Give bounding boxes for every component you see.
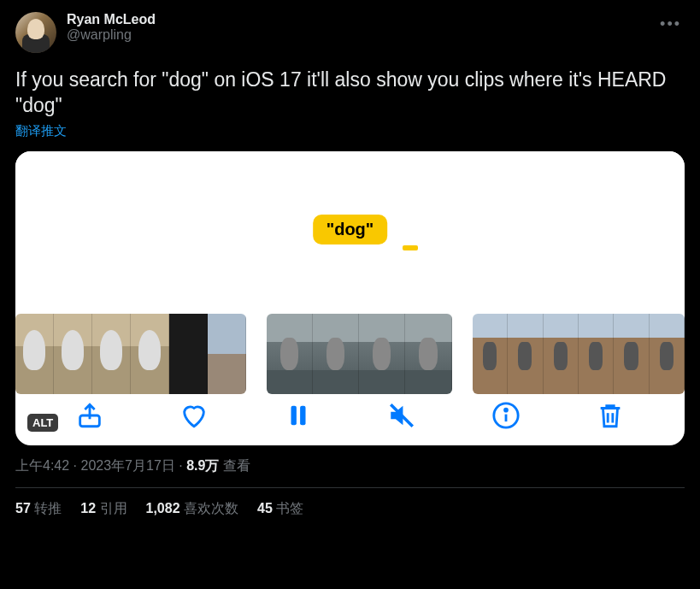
video-controls xyxy=(15,401,685,430)
pause-icon[interactable] xyxy=(284,401,313,430)
video-thumbnail xyxy=(508,314,543,394)
clip-group[interactable] xyxy=(15,314,246,394)
info-icon[interactable] xyxy=(491,401,521,430)
video-thumbnail xyxy=(169,314,208,394)
trash-icon[interactable] xyxy=(596,401,625,430)
retweets-stat[interactable]: 57 转推 xyxy=(15,500,62,518)
video-thumbnail xyxy=(359,314,405,394)
tweet-container: Ryan McLeod @warpling ••• If you search … xyxy=(0,0,700,528)
share-icon[interactable] xyxy=(75,401,104,430)
mute-icon[interactable] xyxy=(387,401,416,430)
likes-stat[interactable]: 1,082 喜欢次数 xyxy=(146,500,239,518)
user-handle: @warpling xyxy=(67,27,646,43)
tweet-header: Ryan McLeod @warpling ••• xyxy=(15,12,685,53)
more-icon[interactable]: ••• xyxy=(656,12,685,37)
video-thumbnail xyxy=(473,314,508,394)
tweet-text: If you search for "dog" on iOS 17 it'll … xyxy=(15,67,685,118)
video-thumbnail xyxy=(405,314,451,394)
tweet-date[interactable]: 2023年7月17日 xyxy=(80,458,174,473)
video-thumbnail-strip xyxy=(15,314,685,394)
tweet-meta: 上午4:42 · 2023年7月17日 · 8.9万 查看 xyxy=(15,457,685,475)
video-thumbnail xyxy=(15,314,54,394)
heart-icon[interactable] xyxy=(179,401,209,430)
video-thumbnail xyxy=(208,314,246,394)
media-whitespace xyxy=(15,151,685,213)
user-block[interactable]: Ryan McLeod @warpling xyxy=(67,12,646,43)
views-count: 8.9万 xyxy=(186,458,219,473)
svg-rect-2 xyxy=(300,406,305,426)
clip-group-active[interactable] xyxy=(267,314,452,394)
video-thumbnail xyxy=(313,314,359,394)
quotes-stat[interactable]: 12 引用 xyxy=(80,500,126,518)
video-thumbnail xyxy=(650,314,685,394)
video-thumbnail xyxy=(131,314,169,394)
video-thumbnail xyxy=(614,314,649,394)
translate-link[interactable]: 翻译推文 xyxy=(15,123,67,139)
clip-group[interactable] xyxy=(473,314,685,394)
svg-rect-1 xyxy=(291,406,296,426)
timeline-marker xyxy=(403,245,418,250)
video-thumbnail xyxy=(579,314,614,394)
svg-point-6 xyxy=(505,409,508,411)
views-label: 查看 xyxy=(223,458,250,473)
video-thumbnail xyxy=(267,314,313,394)
video-thumbnail xyxy=(544,314,579,394)
tweet-stats: 57 转推 12 引用 1,082 喜欢次数 45 书签 xyxy=(15,500,685,518)
search-term-pill: "dog" xyxy=(313,215,388,244)
alt-badge[interactable]: ALT xyxy=(27,414,58,432)
video-thumbnail xyxy=(54,314,92,394)
avatar[interactable] xyxy=(15,12,56,53)
video-thumbnail xyxy=(92,314,131,394)
display-name: Ryan McLeod xyxy=(67,12,646,27)
tweet-time[interactable]: 上午4:42 xyxy=(15,458,69,473)
bookmarks-stat[interactable]: 45 书签 xyxy=(257,500,303,518)
divider xyxy=(15,487,685,488)
media-attachment[interactable]: "dog" xyxy=(15,151,685,445)
